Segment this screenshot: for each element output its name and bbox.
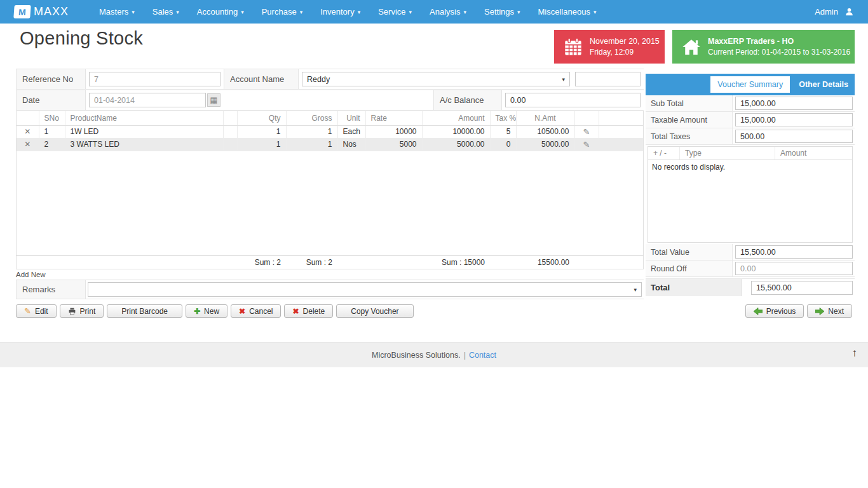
tab-other-details[interactable]: Other Details	[799, 80, 848, 89]
top-navbar: M MAXX Masters▾ Sales▾ Accounting▾ Purch…	[0, 0, 868, 24]
col-namt: N.Amt	[516, 111, 574, 125]
round-off-label: Round Off	[646, 261, 733, 276]
account-name-label: Account Name	[224, 69, 299, 89]
ac-balance-input[interactable]	[505, 93, 641, 107]
total-taxes-input[interactable]	[735, 130, 853, 143]
print-barcode-button[interactable]: Print Barcode	[107, 304, 182, 318]
col-unit: Unit	[337, 111, 365, 125]
contact-link[interactable]: Contact	[469, 351, 496, 360]
col-adj-amount: Amount	[775, 147, 852, 159]
footer: MicroBusiness Solutions. | Contact	[0, 342, 868, 367]
company-widget: MaxxERP Traders - HO Current Period: 01-…	[672, 30, 855, 64]
chevron-down-icon: ▾	[463, 9, 466, 15]
chevron-down-icon: ▾	[593, 9, 597, 15]
chevron-down-icon: ▾	[409, 9, 412, 15]
printer-icon	[68, 308, 76, 315]
account-extra-input[interactable]	[575, 72, 641, 86]
calendar-grid-icon: ▦	[210, 95, 217, 105]
footer-separator: |	[464, 351, 466, 360]
brand-name: MAXX	[34, 5, 69, 18]
items-grid: SNo ProductName Qty Gross Unit Rate Amou…	[16, 111, 644, 299]
chevron-down-icon: ▾	[132, 9, 135, 15]
print-button[interactable]: Print	[60, 304, 104, 318]
sum-qty: Sum : 2	[237, 256, 286, 269]
total-value-label: Total Value	[646, 244, 733, 260]
menu-masters[interactable]: Masters▾	[90, 0, 144, 24]
delete-row-icon[interactable]: ✕	[24, 140, 31, 149]
scroll-to-top-icon[interactable]: ↑	[852, 347, 858, 360]
company-name: MaxxERP Traders - HO	[708, 37, 850, 46]
reference-no-label: Reference No	[16, 69, 86, 89]
round-off-input[interactable]	[735, 262, 853, 275]
opening-stock-page: M MAXX Masters▾ Sales▾ Accounting▾ Purch…	[0, 0, 868, 488]
pencil-icon: ✎	[24, 306, 31, 316]
total-taxes-label: Total Taxes	[646, 128, 733, 144]
current-period: Current Period: 01-04-2015 to 31-03-2016	[708, 48, 850, 57]
col-amount: Amount	[422, 111, 490, 125]
logo-m-icon: M	[13, 5, 31, 18]
col-sno: SNo	[39, 111, 65, 125]
col-plus-minus: + / -	[648, 147, 680, 159]
delete-button[interactable]: ✖Delete	[284, 304, 333, 318]
product-name-cell: 3 WATTS LED	[65, 138, 223, 151]
current-date: November 20, 2015	[590, 37, 660, 46]
taxable-amount-input[interactable]	[735, 113, 853, 126]
user-icon[interactable]	[844, 7, 854, 17]
sub-total-label: Sub Total	[646, 95, 733, 111]
edit-button[interactable]: ✎Edit	[16, 304, 57, 318]
sum-amount: Sum : 15000	[422, 256, 490, 269]
copy-voucher-button[interactable]: Copy Voucher	[336, 304, 413, 318]
grid-row[interactable]: ✕ 1 1W LED 1 1 Each 10000 10000.00 5 105…	[17, 125, 644, 138]
edit-row-icon[interactable]: ✎	[583, 140, 590, 149]
account-name-select[interactable]: Reddy ▾	[302, 72, 570, 86]
date-label: Date	[16, 90, 86, 110]
add-new-link[interactable]: Add New	[16, 269, 644, 280]
menu-inventory[interactable]: Inventory▾	[311, 0, 369, 24]
remarks-select[interactable]: ▾	[88, 282, 642, 297]
next-button[interactable]: Next	[807, 304, 852, 318]
edit-row-icon[interactable]: ✎	[583, 127, 590, 137]
summary-tabs: Voucher Summary Other Details	[646, 74, 855, 95]
voucher-form: Reference No Account Name Reddy ▾ Date ▦	[16, 69, 644, 111]
reference-no-input[interactable]	[89, 72, 220, 86]
grid-header-row: SNo ProductName Qty Gross Unit Rate Amou…	[17, 111, 644, 125]
chevron-down-icon: ▾	[300, 9, 303, 15]
user-name[interactable]: Admin	[815, 7, 838, 17]
col-qty: Qty	[237, 111, 286, 125]
new-button[interactable]: ✚New	[186, 304, 227, 318]
cancel-button[interactable]: ✖Cancel	[231, 304, 281, 318]
sub-total-input[interactable]	[735, 97, 853, 110]
plus-icon: ✚	[194, 307, 200, 316]
arrow-right-icon	[815, 308, 824, 315]
tab-voucher-summary[interactable]: Voucher Summary	[710, 76, 790, 93]
date-picker-button[interactable]: ▦	[207, 93, 220, 107]
menu-purchase[interactable]: Purchase▾	[253, 0, 311, 24]
grid-sum-row: Sum : 2 Sum : 2 Sum : 15000 15500.00	[16, 255, 644, 269]
taxable-amount-label: Taxable Amount	[646, 112, 733, 128]
remarks-label: Remarks	[16, 280, 86, 299]
col-rate: Rate	[365, 111, 422, 125]
menu-service[interactable]: Service▾	[369, 0, 421, 24]
app-logo[interactable]: M MAXX	[14, 5, 69, 18]
ac-balance-label: A/c Balance	[433, 90, 502, 110]
total-input[interactable]	[751, 281, 853, 295]
menu-miscellaneous[interactable]: Miscellaneous▾	[529, 0, 606, 24]
chevron-down-icon: ▾	[562, 76, 565, 83]
chevron-down-icon: ▾	[358, 9, 361, 15]
sum-namt: 15500.00	[516, 256, 574, 269]
previous-button[interactable]: Previous	[745, 304, 804, 318]
footer-text: MicroBusiness Solutions.	[372, 351, 461, 360]
col-gross: Gross	[286, 111, 337, 125]
menu-sales[interactable]: Sales▾	[144, 0, 188, 24]
cross-icon: ✖	[292, 307, 299, 316]
grid-row[interactable]: ✕ 2 3 WATTS LED 1 1 Nos 5000 5000.00 0 5…	[17, 138, 644, 151]
total-value-input[interactable]	[735, 245, 853, 259]
chevron-down-icon: ▾	[634, 287, 637, 293]
menu-settings[interactable]: Settings▾	[475, 0, 529, 24]
menu-analysis[interactable]: Analysis▾	[421, 0, 475, 24]
adjustments-table: + / - Type Amount No records to display.	[648, 146, 853, 243]
delete-row-icon[interactable]: ✕	[24, 127, 31, 136]
menu-accounting[interactable]: Accounting▾	[188, 0, 253, 24]
no-records-text: No records to display.	[648, 160, 852, 174]
date-input[interactable]	[89, 93, 206, 107]
